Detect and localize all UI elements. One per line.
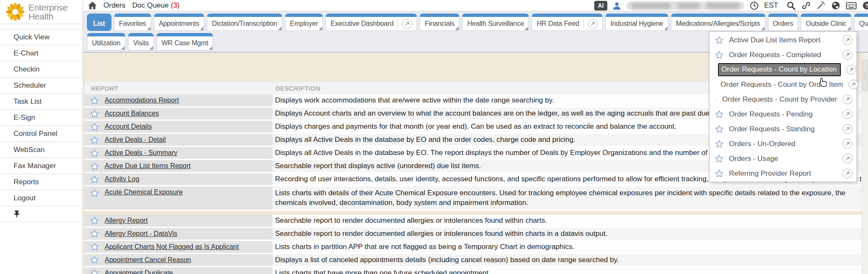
report-link[interactable]: Active Deals - Detail [105, 136, 166, 144]
tab-medications-allergies-scripts[interactable]: Medications/Allergies/Scripts [671, 14, 765, 31]
sidebar-item-fax-manager[interactable]: Fax Manager [0, 158, 83, 174]
favorite-star-icon[interactable] [90, 162, 99, 170]
tab-wr-case-mgmt[interactable]: WR Case Mgmt [156, 33, 214, 50]
favorite-star-icon[interactable] [715, 125, 723, 133]
menu-item-order-requests-count-by-order-item[interactable]: Order Requests - Count by Order Item [709, 77, 857, 92]
favorite-star-icon[interactable] [90, 189, 99, 197]
tab-list[interactable]: List [87, 14, 111, 31]
favorite-star-icon[interactable] [90, 175, 99, 183]
tab-financials[interactable]: Financials [420, 14, 459, 31]
favorite-star-icon[interactable] [90, 97, 99, 105]
tab-quality-of-care[interactable]: Quality of Care [854, 14, 868, 31]
open-new-window-icon[interactable] [588, 19, 598, 29]
tab-dropdown-fold-icon[interactable] [664, 27, 668, 30]
home-icon[interactable] [88, 2, 97, 9]
report-link[interactable]: Allergy Report [105, 217, 147, 224]
keyboard-icon[interactable] [846, 2, 857, 10]
tab-appointments[interactable]: Appointments [154, 14, 204, 31]
favorite-star-icon[interactable] [90, 269, 99, 274]
menu-item-order-requests-pending[interactable]: Order Requests - Pending [709, 107, 857, 122]
report-link[interactable]: Activity Log [105, 175, 139, 183]
report-link[interactable]: Accommodations Report [105, 97, 179, 104]
report-link[interactable]: Active Deals - Summary [105, 149, 178, 157]
open-new-window-icon[interactable] [849, 80, 858, 89]
menu-item-active-due-list-items-report[interactable]: Active Due List Items Report [709, 33, 857, 47]
open-new-window-icon[interactable] [843, 94, 852, 104]
tab-utilization[interactable]: Utilization [87, 33, 125, 50]
favorite-star-icon[interactable] [715, 169, 723, 177]
scrollbar-thumb[interactable] [862, 59, 868, 91]
sidebar-item-checkin[interactable]: Checkin [0, 61, 83, 77]
favorite-star-icon[interactable] [90, 216, 99, 224]
sidebar-item-scheduler[interactable]: Scheduler [0, 77, 83, 93]
report-link[interactable]: Active Due List Items Report [105, 162, 191, 170]
sidebar-item-e-chart[interactable]: E-Chart [0, 45, 83, 61]
open-new-window-icon[interactable] [402, 19, 412, 29]
favorite-star-icon[interactable] [90, 123, 99, 131]
menu-item-order-requests-count-by-location[interactable]: Order Requests - Count by Location [709, 62, 857, 77]
sidebar-item-task-list[interactable]: Task List [0, 93, 83, 109]
report-link[interactable]: Applicant Charts Not Flagged as Is Appli… [105, 243, 239, 251]
tab-dropdown-fold-icon[interactable] [847, 27, 851, 30]
user-icon[interactable] [613, 2, 621, 10]
tab-dropdown-fold-icon[interactable] [319, 27, 322, 30]
menu-item-orders-un-ordered[interactable]: Orders - Un-Ordered [709, 136, 857, 151]
tab-favorites[interactable]: Favorites [114, 14, 151, 31]
globe-icon[interactable] [831, 1, 840, 10]
tab-employer[interactable]: Employer [285, 14, 323, 31]
tab-dropdown-fold-icon[interactable] [525, 27, 528, 30]
sidebar-item-quick-view[interactable]: Quick View [0, 29, 83, 45]
menu-item-order-requests-count-by-provider[interactable]: Order Requests - Count by Provider [709, 92, 857, 107]
report-link[interactable]: Account Details [105, 123, 152, 130]
report-link[interactable]: Acute Chemical Exposure [105, 188, 183, 196]
favorite-star-icon[interactable] [90, 149, 99, 157]
sidebar-item-reports[interactable]: Reports [0, 174, 83, 190]
breadcrumb-doc-queue[interactable]: Doc Queue (3) [132, 1, 180, 10]
tab-health-surveillance[interactable]: Health Surveillance [462, 14, 529, 31]
tab-orders[interactable]: Orders [768, 14, 798, 31]
tab-hr-data-feed[interactable]: HR Data Feed [531, 14, 603, 31]
tab-outside-clinic[interactable]: Outside Clinic [801, 14, 851, 31]
report-link[interactable]: Allergy Report - DataVis [105, 230, 177, 238]
favorite-star-icon[interactable] [90, 136, 99, 144]
link-icon[interactable] [801, 1, 811, 10]
menu-item-order-requests-completed[interactable]: Order Requests - Completed [709, 47, 857, 62]
vertical-scrollbar[interactable] [862, 53, 868, 274]
tab-dictation-transcription[interactable]: Dictation/Transcription [207, 14, 282, 31]
magic-wand-icon[interactable] [816, 1, 826, 10]
help-icon[interactable]: ? [862, 1, 868, 10]
tab-dropdown-fold-icon[interactable] [455, 27, 459, 30]
menu-item-order-requests-standing[interactable]: Order Requests - Standing [709, 122, 857, 136]
tab-dropdown-fold-icon[interactable] [209, 46, 212, 50]
sidebar-item-pin[interactable] [0, 206, 83, 222]
open-new-window-icon[interactable] [843, 139, 852, 149]
report-link[interactable]: Appointment Duplicate [105, 269, 173, 274]
tab-dropdown-fold-icon[interactable] [147, 27, 150, 30]
tab-dropdown-fold-icon[interactable] [761, 27, 765, 30]
open-new-window-icon[interactable] [843, 169, 852, 178]
favorite-star-icon[interactable] [715, 140, 723, 148]
tab-dropdown-fold-icon[interactable] [121, 46, 125, 50]
open-new-window-icon[interactable] [843, 50, 852, 60]
menu-item-referring-provider-report[interactable]: Referring Provider Report [709, 166, 857, 181]
tab-dropdown-fold-icon[interactable] [278, 27, 281, 30]
search-icon[interactable] [786, 1, 796, 11]
favorite-star-icon[interactable] [715, 155, 723, 163]
favorite-star-icon[interactable] [715, 36, 723, 44]
tab-visits[interactable]: Visits [128, 33, 154, 50]
open-new-window-icon[interactable] [843, 109, 852, 119]
sidebar-item-control-panel[interactable]: Control Panel [0, 125, 83, 141]
favorite-star-icon[interactable] [90, 256, 99, 264]
favorite-star-icon[interactable] [715, 51, 723, 59]
tab-executive-dashboard[interactable]: Executive Dashboard [326, 14, 417, 31]
open-new-window-icon[interactable] [846, 65, 856, 75]
tab-dropdown-fold-icon[interactable] [150, 46, 153, 50]
favorite-star-icon[interactable] [90, 110, 99, 118]
favorite-star-icon[interactable] [715, 95, 717, 103]
open-new-window-icon[interactable] [843, 124, 852, 134]
sidebar-item-logout[interactable]: Logout [0, 190, 83, 206]
ai-badge[interactable]: AI [594, 1, 607, 11]
tab-industrial-hygiene[interactable]: Industrial Hygiene [605, 14, 668, 31]
sidebar-item-webscan[interactable]: WebScan [0, 141, 83, 158]
sidebar-item-e-sign[interactable]: E-Sign [0, 109, 83, 125]
